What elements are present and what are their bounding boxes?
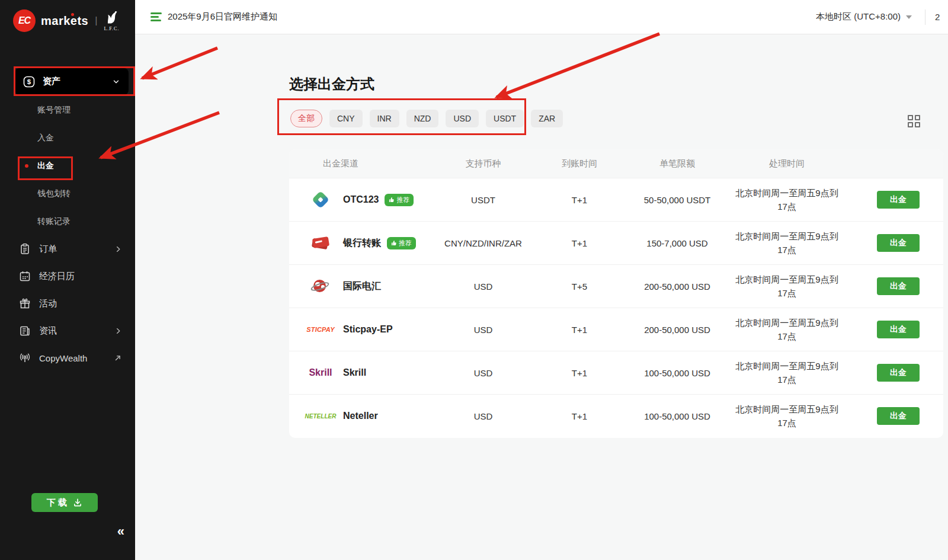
currency-cell: USD <box>437 281 529 292</box>
table-row: 国际电汇 USD T+5 200-50,000 USD 北京时间周一至周五9点到… <box>289 264 943 308</box>
channel-name: Neteller <box>343 411 378 421</box>
external-link-icon <box>114 354 122 362</box>
withdraw-button[interactable]: 出金 <box>877 191 920 209</box>
lfc-crest: L.F.C. <box>104 10 119 31</box>
sidebar-item-transfer-records[interactable]: 转账记录 <box>0 207 135 235</box>
topbar-divider <box>925 9 925 25</box>
filter-chip-cny[interactable]: CNY <box>329 110 363 127</box>
svg-text:$: $ <box>27 78 31 85</box>
table-header-row: 出金渠道 支持币种 到账时间 单笔限额 处理时间 <box>289 149 943 178</box>
sidebar-item-label: 账号管理 <box>37 105 71 116</box>
filter-chip-usd[interactable]: USD <box>446 110 479 127</box>
withdraw-button[interactable]: 出金 <box>877 364 920 382</box>
sidebar-item-copywealth[interactable]: CopyWealth <box>0 344 135 372</box>
sidebar-item-wallet-transfer[interactable]: 钱包划转 <box>0 180 135 207</box>
logo-divider: | <box>95 15 97 26</box>
sidebar-item-promotions[interactable]: 活动 <box>0 290 135 317</box>
ec-logo: EC <box>13 9 36 32</box>
filter-chip-usdt[interactable]: USDT <box>486 110 524 127</box>
sidebar-item-label: 资产 <box>43 76 60 87</box>
currency-cell: USD <box>437 325 529 335</box>
sidebar-item-orders[interactable]: 订单 <box>0 235 135 263</box>
col-header-channel: 出金渠道 <box>289 158 437 169</box>
notice-lines-icon <box>150 12 162 21</box>
calendar-icon <box>19 270 31 282</box>
arrival-cell: T+1 <box>529 368 630 378</box>
sidebar-item-label: 订单 <box>39 244 57 255</box>
broadcast-icon <box>19 352 31 364</box>
arrival-cell: T+1 <box>529 411 630 421</box>
maintenance-notice[interactable]: 2025年9月6日官网维护通知 <box>150 11 277 23</box>
currency-cell: USD <box>437 368 529 378</box>
withdraw-button[interactable]: 出金 <box>877 321 920 338</box>
limit-cell: 150-7,000 USD <box>630 238 725 248</box>
limit-cell: 100-50,000 USD <box>630 368 725 378</box>
download-button[interactable]: 下载 <box>31 493 98 512</box>
filter-chip-zar[interactable]: ZAR <box>531 110 563 127</box>
table-row: Skrill Skrill USD T+1 100-50,000 USD 北京时… <box>289 351 943 394</box>
sidebar-item-label: CopyWealth <box>39 353 87 363</box>
hours-cell: 北京时间周一至周五9点到17点 <box>731 186 843 214</box>
thumbs-up-icon <box>389 197 395 203</box>
sidebar-item-label: 转账记录 <box>37 216 71 227</box>
hours-cell: 北京时间周一至周五9点到17点 <box>731 229 843 257</box>
sidebar-item-label: 活动 <box>39 298 57 309</box>
limit-cell: 200-50,000 USD <box>630 325 725 335</box>
sidebar-item-news[interactable]: 资讯 <box>0 317 135 344</box>
news-icon <box>19 325 31 337</box>
sidebar-item-deposit[interactable]: 入金 <box>0 124 135 152</box>
filter-chip-all[interactable]: 全部 <box>290 110 322 127</box>
withdraw-methods-table: 出金渠道 支持币种 到账时间 单笔限额 处理时间 OTC123 推荐 USDT … <box>289 149 943 438</box>
col-header-limit: 单笔限额 <box>630 158 725 169</box>
hours-cell: 北京时间周一至周五9点到17点 <box>731 316 843 344</box>
arrival-cell: T+5 <box>529 281 630 292</box>
hours-cell: 北京时间周一至周五9点到17点 <box>731 273 843 300</box>
channel-name: Sticpay-EP <box>343 324 393 335</box>
badge-label: 推荐 <box>399 239 412 248</box>
limit-cell: 200-50,000 USD <box>630 281 725 292</box>
withdraw-button[interactable]: 出金 <box>877 234 920 252</box>
chevron-right-icon <box>114 245 122 253</box>
badge-label: 推荐 <box>396 196 409 204</box>
arrival-cell: T+1 <box>529 238 630 248</box>
sidebar-item-account-management[interactable]: 账号管理 <box>0 96 135 124</box>
liverbird-icon <box>104 10 118 25</box>
grid-view-icon[interactable] <box>908 115 921 128</box>
channel-name: OTC123 <box>343 194 379 205</box>
timezone-label: 本地时区 (UTC+8:00) <box>816 11 901 23</box>
recommended-badge: 推荐 <box>385 194 414 206</box>
limit-cell: 50-50,000 USDT <box>630 195 725 205</box>
sidebar-item-economic-calendar[interactable]: 经济日历 <box>0 263 135 290</box>
filter-chip-nzd[interactable]: NZD <box>406 110 439 127</box>
hours-cell: 北京时间周一至周五9点到17点 <box>731 402 843 430</box>
limit-cell: 100-50,000 USD <box>630 411 725 421</box>
chevron-right-icon <box>114 327 122 335</box>
otc123-logo <box>312 191 329 209</box>
recommended-badge: 推荐 <box>387 237 416 249</box>
page-title: 选择出金方式 <box>289 75 374 94</box>
hours-cell: 北京时间周一至周五9点到17点 <box>731 359 843 387</box>
topbar: 2025年9月6日官网维护通知 本地时区 (UTC+8:00) 2 <box>135 0 948 34</box>
bank-card-icon <box>312 236 329 250</box>
arrival-cell: T+1 <box>529 325 630 335</box>
sidebar-item-label: 入金 <box>37 133 54 143</box>
sidebar-item-withdraw[interactable]: 出金 <box>0 152 135 180</box>
table-row: STICPAY Sticpay-EP USD T+1 200-50,000 US… <box>289 308 943 351</box>
col-header-arrival: 到账时间 <box>529 158 630 169</box>
withdraw-button[interactable]: 出金 <box>877 407 920 425</box>
sidebar-item-label: 出金 <box>37 161 54 171</box>
notice-text: 2025年9月6日官网维护通知 <box>168 11 277 23</box>
collapse-sidebar-icon[interactable]: « <box>117 524 124 539</box>
neteller-logo: NETELLER <box>305 413 337 420</box>
main-content: 选择出金方式 全部 CNY INR NZD USD USDT ZAR 出金渠道 … <box>135 34 948 560</box>
download-icon <box>73 498 82 507</box>
timezone-selector[interactable]: 本地时区 (UTC+8:00) <box>816 11 912 23</box>
filter-chip-inr[interactable]: INR <box>370 110 399 127</box>
table-row: OTC123 推荐 USDT T+1 50-50,000 USDT 北京时间周一… <box>289 178 943 221</box>
timezone-caret-icon <box>906 15 912 19</box>
withdraw-button[interactable]: 出金 <box>877 277 920 295</box>
sidebar-item-assets[interactable]: $ 资产 <box>15 68 129 95</box>
globe-icon <box>312 279 329 294</box>
col-header-currency: 支持币种 <box>437 158 529 169</box>
chevron-down-icon <box>112 78 120 86</box>
